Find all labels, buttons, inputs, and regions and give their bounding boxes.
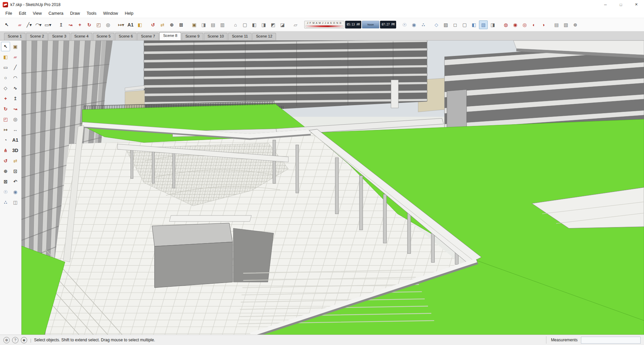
shaded-with-textures-icon[interactable]: ▧ bbox=[479, 20, 488, 29]
shadow-time-slider[interactable]: Noon bbox=[362, 21, 379, 28]
measurements-input[interactable] bbox=[581, 337, 641, 344]
maximize-button[interactable]: □ bbox=[613, 0, 629, 9]
tool-offset-icon[interactable]: ◎ bbox=[11, 115, 20, 124]
shaded-icon[interactable]: ◧ bbox=[470, 20, 478, 29]
menu-window[interactable]: Window bbox=[100, 10, 121, 17]
tool-circle-icon[interactable]: ○ bbox=[1, 73, 10, 82]
scene-tab-4[interactable]: Scene 4 bbox=[71, 33, 92, 40]
tool-arc-icon[interactable]: ◠ bbox=[11, 73, 20, 82]
view-left-icon[interactable]: ◪ bbox=[278, 20, 287, 29]
outer-shell-icon[interactable]: ◍ bbox=[501, 20, 510, 29]
tool-push-pull-icon[interactable]: ↥ bbox=[11, 94, 20, 103]
wireframe-icon[interactable]: ◻ bbox=[451, 20, 460, 29]
scene-tab-12[interactable]: Scene 12 bbox=[252, 33, 276, 40]
components-icon[interactable]: ◨ bbox=[199, 20, 208, 29]
select-icon[interactable]: ↖ bbox=[2, 20, 11, 29]
shadow-time-end[interactable]: 07:27 PM bbox=[380, 21, 396, 28]
tool-position-camera-icon[interactable]: ☉ bbox=[1, 187, 10, 197]
menu-help[interactable]: Help bbox=[121, 10, 137, 17]
model-viewport[interactable] bbox=[21, 41, 644, 335]
menu-view[interactable]: View bbox=[30, 10, 45, 17]
tool-zoom-window-icon[interactable]: ⊡ bbox=[11, 166, 20, 176]
tool-line-icon[interactable]: ╱ bbox=[11, 63, 20, 72]
x-ray-icon[interactable]: ◇ bbox=[432, 20, 441, 29]
scene-tab-6[interactable]: Scene 6 bbox=[115, 33, 137, 40]
tool-previous-icon[interactable]: ↶ bbox=[11, 177, 20, 186]
tool-paint-bucket-icon[interactable]: ◧ bbox=[1, 52, 10, 62]
tool-3d-text-icon[interactable]: 3D bbox=[11, 146, 20, 155]
tool-zoom-icon[interactable]: ⊕ bbox=[1, 166, 10, 176]
menu-draw[interactable]: Draw bbox=[67, 10, 83, 17]
tool-rectangle-icon[interactable]: ▭ bbox=[1, 63, 10, 72]
tool-orbit-icon[interactable]: ↺ bbox=[1, 156, 10, 165]
follow-me-icon[interactable]: ↝ bbox=[66, 20, 75, 29]
tool-freehand-icon[interactable]: ∿ bbox=[11, 83, 20, 93]
push-pull-icon[interactable]: ↥ bbox=[57, 20, 65, 29]
rotate-icon[interactable]: ↻ bbox=[85, 20, 94, 29]
tool-make-component-icon[interactable]: ▣ bbox=[11, 42, 20, 51]
tool-walk-icon[interactable]: ∴ bbox=[1, 198, 10, 207]
pan-icon[interactable]: ⇄ bbox=[158, 20, 167, 29]
text-icon[interactable]: A1 bbox=[126, 20, 135, 29]
tool-eraser-icon[interactable]: ▰ bbox=[11, 52, 20, 62]
view-front-icon[interactable]: ◧ bbox=[250, 20, 259, 29]
tool-axes-icon[interactable]: ⋔ bbox=[1, 146, 10, 155]
paint-bucket-icon[interactable]: ◧ bbox=[136, 20, 144, 29]
geolocation-icon[interactable]: ⊕ bbox=[3, 337, 10, 343]
tool-look-around-icon[interactable]: ◉ bbox=[11, 187, 20, 197]
tool-follow-me-icon[interactable]: ↝ bbox=[11, 104, 20, 114]
view-iso-icon[interactable]: ⌂ bbox=[231, 20, 240, 29]
close-button[interactable]: ✕ bbox=[629, 0, 644, 9]
tape-measure-icon[interactable]: ↦▾ bbox=[117, 20, 125, 29]
monochrome-icon[interactable]: ◨ bbox=[488, 20, 497, 29]
shadow-month-slider[interactable]: J F M A M J J A S O N D bbox=[304, 21, 344, 28]
tool-dimension-icon[interactable]: ↔ bbox=[11, 125, 20, 134]
view-top-icon[interactable]: ▢ bbox=[240, 20, 249, 29]
tool-protractor-icon[interactable]: ◔ bbox=[1, 135, 10, 145]
model-info-icon[interactable]: ▤ bbox=[552, 20, 561, 29]
view-right-icon[interactable]: ◨ bbox=[259, 20, 268, 29]
line-icon[interactable]: ╱▾ bbox=[25, 20, 34, 29]
instructor-icon[interactable]: ▧ bbox=[561, 20, 570, 29]
scale-icon[interactable]: ◰ bbox=[94, 20, 103, 29]
zoom-icon[interactable]: ⊕ bbox=[167, 20, 176, 29]
make-component-icon[interactable]: ▣ bbox=[190, 20, 199, 29]
tool-rotate-icon[interactable]: ↻ bbox=[1, 104, 10, 114]
tool-polygon-icon[interactable]: ◇ bbox=[1, 83, 10, 93]
look-around-icon[interactable]: ◉ bbox=[410, 20, 418, 29]
user-icon[interactable]: ☻ bbox=[21, 337, 27, 343]
tool-move-icon[interactable]: + bbox=[1, 94, 10, 103]
tool-tape-measure-icon[interactable]: ↦ bbox=[1, 125, 10, 134]
menu-file[interactable]: File bbox=[2, 10, 15, 17]
scene-tab-8[interactable]: Scene 8 bbox=[159, 32, 181, 40]
offset-icon[interactable]: ◎ bbox=[104, 20, 112, 29]
subtract-icon[interactable]: ◐ bbox=[530, 20, 538, 29]
shapes-icon[interactable]: ▭▾ bbox=[44, 20, 52, 29]
shadows-toggle-icon[interactable]: ▱ bbox=[291, 20, 300, 29]
help-icon[interactable]: ? bbox=[12, 337, 18, 343]
menu-edit[interactable]: Edit bbox=[15, 10, 30, 17]
position-camera-icon[interactable]: ☉ bbox=[400, 20, 409, 29]
tool-scale-icon[interactable]: ◰ bbox=[1, 115, 10, 124]
tool-section-plane-icon[interactable]: ◫ bbox=[11, 198, 20, 207]
materials-icon[interactable]: ▤ bbox=[209, 20, 217, 29]
eraser-icon[interactable]: ▰ bbox=[15, 20, 24, 29]
move-icon[interactable]: + bbox=[75, 20, 84, 29]
scene-tab-1[interactable]: Scene 1 bbox=[4, 33, 25, 40]
scene-tab-5[interactable]: Scene 5 bbox=[93, 33, 114, 40]
scene-tab-2[interactable]: Scene 2 bbox=[26, 33, 48, 40]
shadow-time-start[interactable]: 05:13 AM bbox=[345, 21, 361, 28]
view-back-icon[interactable]: ◩ bbox=[269, 20, 277, 29]
arc-icon[interactable]: ◠▾ bbox=[34, 20, 43, 29]
preferences-icon[interactable]: ⊛ bbox=[571, 20, 580, 29]
scene-tab-11[interactable]: Scene 11 bbox=[228, 33, 252, 40]
viewport-3d-scene[interactable] bbox=[21, 41, 644, 335]
scene-tab-3[interactable]: Scene 3 bbox=[48, 33, 70, 40]
scene-tab-9[interactable]: Scene 9 bbox=[182, 33, 203, 40]
tool-zoom-extents-icon[interactable]: ⊠ bbox=[1, 177, 10, 186]
trim-icon[interactable]: ◑ bbox=[539, 20, 548, 29]
shadow-month-track[interactable] bbox=[306, 25, 343, 27]
menu-camera[interactable]: Camera bbox=[45, 10, 67, 17]
hidden-line-icon[interactable]: ▢ bbox=[460, 20, 469, 29]
menu-tools[interactable]: Tools bbox=[83, 10, 100, 17]
